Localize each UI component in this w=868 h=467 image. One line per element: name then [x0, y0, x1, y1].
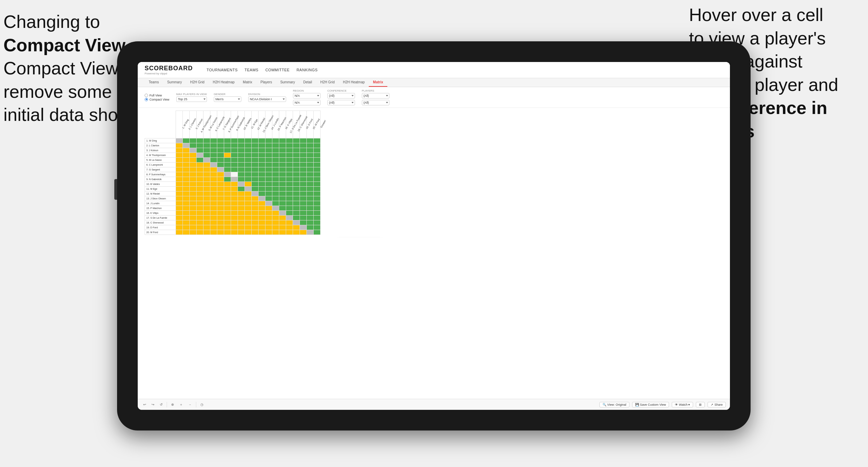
matrix-cell-r10-c4[interactable] — [197, 182, 203, 187]
matrix-cell-r15-c5[interactable] — [203, 206, 210, 211]
matrix-cell-r9-c8[interactable] — [224, 177, 231, 182]
matrix-cell-r1-c4[interactable] — [197, 138, 203, 143]
matrix-cell-r16-c12[interactable] — [252, 211, 259, 216]
matrix-cell-r19-c15[interactable] — [272, 225, 279, 230]
matrix-cell-r5-c14[interactable] — [265, 158, 272, 163]
matrix-cell-r4-c1[interactable] — [176, 153, 183, 158]
watch-btn[interactable]: 👁 Watch ▾ — [672, 402, 693, 407]
matrix-cell-r10-c11[interactable] — [245, 182, 252, 187]
matrix-cell-r17-c9[interactable] — [231, 216, 238, 220]
matrix-cell-r17-c5[interactable] — [203, 216, 210, 220]
matrix-cell-r10-c12[interactable] — [252, 182, 259, 187]
matrix-cell-r10-c7[interactable] — [217, 182, 224, 187]
matrix-cell-r14-c1[interactable] — [176, 201, 183, 206]
matrix-cell-r18-c16[interactable] — [279, 220, 286, 225]
matrix-cell-r19-c11[interactable] — [245, 225, 252, 230]
matrix-cell-r19-c18[interactable] — [293, 225, 300, 230]
matrix-cell-r8-c3[interactable] — [190, 172, 197, 177]
matrix-cell-r1-c14[interactable] — [265, 138, 272, 143]
matrix-cell-r9-c16[interactable] — [279, 177, 286, 182]
matrix-cell-r5-c8[interactable] — [224, 158, 231, 163]
matrix-cell-r3-c20[interactable] — [307, 148, 314, 153]
table-row[interactable]: 18. C Sherwood — [145, 220, 321, 225]
matrix-cell-r17-c13[interactable] — [259, 216, 265, 220]
tab-h2h-heatmap2[interactable]: H2H Heatmap — [339, 78, 369, 87]
matrix-cell-r9-c12[interactable] — [252, 177, 259, 182]
matrix-cell-r13-c2[interactable] — [183, 196, 190, 201]
matrix-cell-r7-c6[interactable] — [210, 167, 217, 172]
matrix-cell-r6-c11[interactable] — [245, 163, 252, 167]
matrix-cell-r3-c13[interactable] — [259, 148, 265, 153]
tab-detail[interactable]: Detail — [299, 78, 316, 87]
matrix-cell-r16-c21[interactable] — [314, 211, 321, 216]
matrix-cell-r20-c5[interactable] — [203, 230, 210, 235]
matrix-cell-r9-c3[interactable] — [190, 177, 197, 182]
matrix-cell-r3-c18[interactable] — [293, 148, 300, 153]
matrix-cell-r15-c20[interactable] — [307, 206, 314, 211]
matrix-cell-r4-c3[interactable] — [190, 153, 197, 158]
matrix-cell-r7-c1[interactable] — [176, 167, 183, 172]
matrix-cell-r14-c18[interactable] — [293, 201, 300, 206]
matrix-cell-r1-c2[interactable] — [183, 138, 190, 143]
matrix-cell-r19-c12[interactable] — [252, 225, 259, 230]
matrix-cell-r16-c7[interactable] — [217, 211, 224, 216]
matrix-cell-r20-c4[interactable] — [197, 230, 203, 235]
matrix-cell-r6-c7[interactable] — [217, 163, 224, 167]
matrix-cell-r1-c5[interactable] — [203, 138, 210, 143]
matrix-cell-r7-c12[interactable] — [252, 167, 259, 172]
matrix-cell-r8-c14[interactable] — [265, 172, 272, 177]
matrix-cell-r17-c20[interactable] — [307, 216, 314, 220]
matrix-cell-r15-c14[interactable] — [265, 206, 272, 211]
nav-rankings[interactable]: RANKINGS — [296, 67, 317, 73]
matrix-cell-r9-c5[interactable] — [203, 177, 210, 182]
matrix-cell-r17-c4[interactable] — [197, 216, 203, 220]
matrix-cell-r9-c18[interactable] — [293, 177, 300, 182]
matrix-cell-r5-c18[interactable] — [293, 158, 300, 163]
matrix-cell-r11-c10[interactable] — [238, 187, 245, 191]
tab-matrix1[interactable]: Matrix — [239, 78, 256, 87]
matrix-cell-r10-c21[interactable] — [314, 182, 321, 187]
matrix-cell-r7-c15[interactable] — [272, 167, 279, 172]
matrix-cell-r13-c7[interactable] — [217, 196, 224, 201]
matrix-cell-r8-c12[interactable] — [252, 172, 259, 177]
tab-summary2[interactable]: Summary — [276, 78, 299, 87]
matrix-cell-r2-c4[interactable] — [197, 143, 203, 148]
matrix-cell-r5-c11[interactable] — [245, 158, 252, 163]
matrix-cell-r6-c18[interactable] — [293, 163, 300, 167]
matrix-cell-r11-c13[interactable] — [259, 187, 265, 191]
matrix-cell-r11-c1[interactable] — [176, 187, 183, 191]
matrix-cell-r11-c18[interactable] — [293, 187, 300, 191]
players-select1[interactable]: (All) — [362, 93, 389, 98]
matrix-cell-r1-c17[interactable] — [286, 138, 293, 143]
matrix-cell-r11-c2[interactable] — [183, 187, 190, 191]
matrix-cell-r17-c6[interactable] — [210, 216, 217, 220]
matrix-cell-r2-c6[interactable] — [210, 143, 217, 148]
table-row[interactable]: 1. W Ding — [145, 138, 321, 143]
matrix-cell-r20-c10[interactable] — [238, 230, 245, 235]
matrix-cell-r2-c8[interactable] — [224, 143, 231, 148]
matrix-cell-r20-c20[interactable] — [307, 230, 314, 235]
matrix-cell-r16-c20[interactable] — [307, 211, 314, 216]
matrix-cell-r1-c13[interactable] — [259, 138, 265, 143]
matrix-cell-r17-c18[interactable] — [293, 216, 300, 220]
matrix-cell-r12-c13[interactable] — [259, 191, 265, 196]
matrix-cell-r13-c10[interactable] — [238, 196, 245, 201]
matrix-cell-r1-c21[interactable] — [314, 138, 321, 143]
matrix-cell-r2-c1[interactable] — [176, 143, 183, 148]
matrix-cell-r8-c8[interactable] — [224, 172, 231, 177]
matrix-cell-r13-c14[interactable] — [265, 196, 272, 201]
matrix-cell-r2-c12[interactable] — [252, 143, 259, 148]
matrix-cell-r20-c8[interactable] — [224, 230, 231, 235]
matrix-cell-r6-c13[interactable] — [259, 163, 265, 167]
matrix-cell-r14-c5[interactable] — [203, 201, 210, 206]
matrix-cell-r16-c3[interactable] — [190, 211, 197, 216]
matrix-cell-r6-c21[interactable] — [314, 163, 321, 167]
table-row[interactable]: 13. J Skov Olesen — [145, 196, 321, 201]
matrix-cell-r6-c10[interactable] — [238, 163, 245, 167]
matrix-cell-r2-c2[interactable] — [183, 143, 190, 148]
matrix-cell-r6-c20[interactable] — [307, 163, 314, 167]
matrix-cell-r16-c1[interactable] — [176, 211, 183, 216]
matrix-cell-r20-c2[interactable] — [183, 230, 190, 235]
matrix-cell-r14-c17[interactable] — [286, 201, 293, 206]
matrix-cell-r18-c18[interactable] — [293, 220, 300, 225]
